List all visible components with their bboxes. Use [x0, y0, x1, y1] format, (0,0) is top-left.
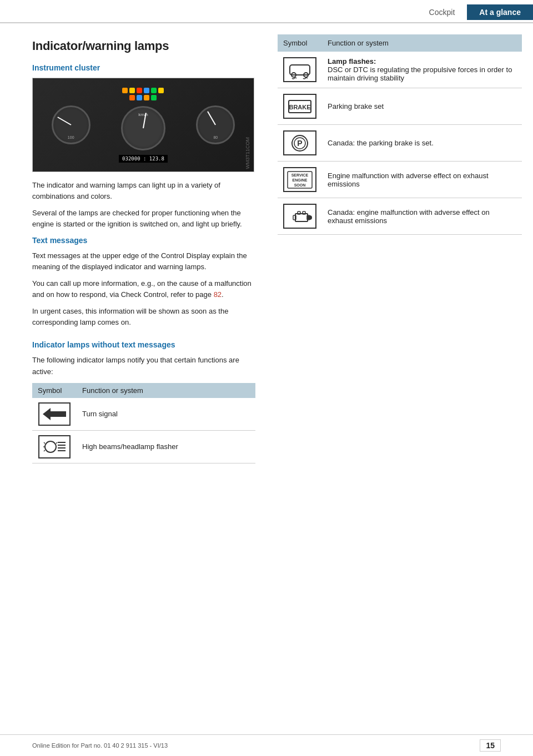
turn-signal-symbol [38, 402, 71, 426]
symbol-cell-engine [278, 198, 322, 235]
main-content: Indicator/warning lamps Instrument clust… [0, 23, 533, 475]
body-text-4-suffix: . [222, 290, 224, 299]
table-row: Turn signal [32, 398, 255, 431]
indicator-col2-header: Function or system [77, 383, 255, 398]
service-description: Engine malfunction with adverse effect o… [322, 162, 522, 198]
svg-rect-26 [303, 211, 305, 214]
body-text-1: The indicator and warning lamps can ligh… [32, 180, 255, 202]
cluster-center: km/h 032000 : 123.8 [119, 88, 168, 163]
svg-text:SERVICE: SERVICE [291, 173, 309, 177]
table-row: Lamp flashes: DSC or DTC is regulating t… [278, 52, 522, 88]
indicator-symbol-cell-turn [32, 398, 77, 431]
left-column: Indicator/warning lamps Instrument clust… [0, 23, 272, 475]
right-col2-header: Function or system [322, 34, 522, 52]
right-column: Symbol Function or system [272, 23, 533, 475]
engine-description: Canada: engine malfunction with adverse … [322, 198, 522, 235]
dsc-description: Lamp flashes: DSC or DTC is regulating t… [322, 52, 522, 88]
indicator-table: Symbol Function or system [32, 383, 255, 463]
svg-line-5 [44, 450, 45, 451]
dsc-description-text: DSC or DTC is regulating the propulsive … [328, 65, 512, 82]
table-row: Canada: engine malfunction with adverse … [278, 198, 522, 235]
page-number: 15 [480, 739, 501, 752]
svg-marker-0 [43, 408, 66, 420]
high-beam-symbol [38, 435, 71, 458]
page-header: Cockpit At a glance [0, 0, 533, 23]
svg-text:BRAKE: BRAKE [289, 104, 310, 110]
left-gauge: 100 [52, 105, 90, 144]
body-text-2: Several of the lamps are checked for pro… [32, 208, 255, 230]
p-description: Canada: the parking brake is set. [322, 125, 522, 162]
brake-description: Parking brake set [322, 88, 522, 125]
cluster-watermark: WM3T11COM [245, 137, 250, 169]
section-heading-instrument: Instrument cluster [32, 63, 255, 72]
right-symbol-table: Symbol Function or system [278, 34, 522, 235]
service-engine-icon: SERVICE ENGINE SOON [285, 169, 314, 190]
tab-at-a-glance[interactable]: At a glance [467, 4, 533, 20]
engine-malfunction-icon [285, 206, 314, 227]
table-row: P Canada: the parking brake is set. [278, 125, 522, 162]
section-heading-indicator-lamps: Indicator lamps without text messages [32, 340, 255, 349]
service-engine-symbol: SERVICE ENGINE SOON [283, 167, 316, 192]
svg-point-1 [45, 441, 56, 452]
footer-text: Online Edition for Part no. 01 40 2 911 … [32, 742, 168, 749]
svg-rect-22 [295, 214, 308, 221]
section-heading-text-messages: Text messages [32, 236, 255, 245]
svg-text:ENGINE: ENGINE [293, 178, 308, 182]
table-row: SERVICE ENGINE SOON Engine malfunction w… [278, 162, 522, 198]
service-description-text: Engine malfunction with adverse effect o… [328, 172, 489, 188]
instrument-cluster-image: 100 [32, 78, 254, 172]
indicator-description-turn: Turn signal [77, 398, 255, 431]
page-title: Indicator/warning lamps [32, 39, 255, 53]
table-row: BRAKE Parking brake set [278, 88, 522, 125]
page-link-82[interactable]: 82 [214, 290, 222, 299]
cluster-display: 032000 : 123.8 [119, 155, 168, 163]
engine-malfunction-symbol [283, 204, 316, 229]
indicator-col1-header: Symbol [32, 383, 77, 398]
svg-line-2 [44, 442, 45, 443]
engine-description-text: Canada: engine malfunction with adverse … [328, 208, 490, 225]
symbol-cell-p: P [278, 125, 322, 162]
indicator-description-highbeam: High beams/headlamp flasher [77, 430, 255, 463]
indicator-symbol-cell-highbeam [32, 430, 77, 463]
svg-text:P: P [297, 139, 302, 148]
high-beam-icon [43, 438, 66, 456]
body-text-6: The following indicator lamps notify you… [32, 355, 255, 377]
lamp-flashes-label: Lamp flashes: [328, 57, 376, 65]
right-col1-header: Symbol [278, 34, 322, 52]
indicator-lamps-section: Indicator lamps without text messages Th… [32, 340, 255, 463]
turn-signal-icon [43, 406, 66, 422]
brake-symbol: BRAKE [283, 94, 316, 119]
dsc-symbol [283, 57, 316, 82]
body-text-4: You can call up more information, e.g., … [32, 278, 255, 300]
svg-rect-23 [293, 215, 296, 220]
brake-icon: BRAKE [285, 96, 314, 117]
right-gauge: 80 [196, 105, 235, 144]
symbol-cell-service: SERVICE ENGINE SOON [278, 162, 322, 198]
body-text-5: In urgent cases, this information will b… [32, 306, 255, 328]
header-tabs: Cockpit At a glance [417, 4, 533, 20]
tab-cockpit[interactable]: Cockpit [417, 4, 467, 20]
svg-line-3 [56, 442, 57, 443]
svg-rect-25 [298, 211, 300, 214]
body-text-3: Text messages at the upper edge of the C… [32, 250, 255, 273]
dsc-icon [285, 59, 314, 80]
svg-text:SOON: SOON [294, 183, 306, 187]
svg-point-27 [308, 215, 312, 220]
symbol-cell-dsc [278, 52, 322, 88]
p-circle-icon: P [285, 133, 314, 154]
p-circle-symbol: P [283, 130, 316, 155]
table-row: High beams/headlamp flasher [32, 430, 255, 463]
symbol-cell-brake: BRAKE [278, 88, 322, 125]
page-footer: Online Edition for Part no. 01 40 2 911 … [0, 734, 533, 756]
